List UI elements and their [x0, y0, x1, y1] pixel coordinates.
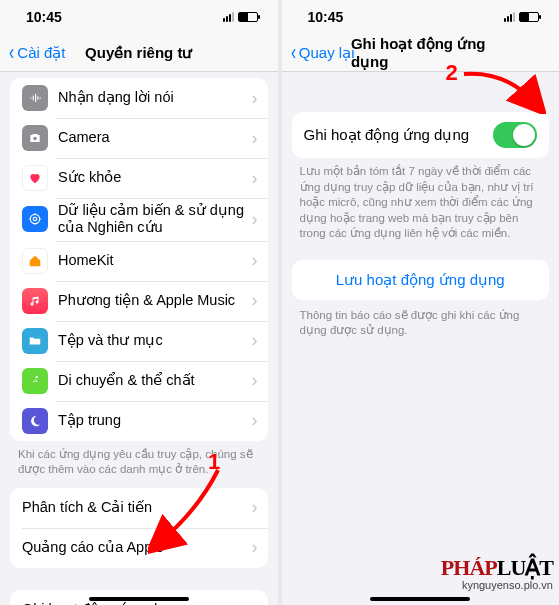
status-time: 10:45 [26, 9, 62, 25]
folder-icon [22, 328, 48, 354]
row-apple-ads[interactable]: Quảng cáo của Apple › [10, 528, 268, 568]
row-label: Tập trung [58, 412, 252, 429]
health-icon [22, 165, 48, 191]
row-health[interactable]: Sức khỏe › [10, 158, 268, 198]
row-focus[interactable]: Tập trung › [10, 401, 268, 441]
home-icon [22, 248, 48, 274]
row-label: Phương tiện & Apple Music [58, 292, 252, 309]
svg-point-8 [36, 376, 38, 378]
focus-icon [22, 408, 48, 434]
back-label: Quay lại [299, 44, 355, 62]
home-indicator [370, 597, 470, 601]
chevron-right-icon: › [252, 370, 258, 391]
activity-toggle[interactable] [493, 122, 537, 148]
save-footer: Thông tin báo cáo sẽ được ghi khi các ứn… [282, 300, 560, 345]
row-files[interactable]: Tệp và thư mục › [10, 321, 268, 361]
row-research[interactable]: Dữ liệu cảm biến & sử dụng của Nghiên cứ… [10, 198, 268, 241]
chevron-right-icon: › [252, 250, 258, 271]
chevron-right-icon: › [252, 599, 258, 605]
svg-point-6 [33, 218, 37, 222]
svg-rect-4 [40, 97, 41, 98]
svg-rect-2 [35, 94, 36, 102]
status-icons [504, 12, 539, 22]
chevron-right-icon: › [252, 168, 258, 189]
svg-rect-1 [33, 96, 34, 101]
chevron-right-icon: › [252, 497, 258, 518]
row-label: Di chuyển & thể chất [58, 372, 252, 389]
row-label: Camera [58, 129, 252, 146]
settings-group-analytics: Phân tích & Cải tiến › Quảng cáo của App… [10, 488, 268, 568]
music-icon [22, 288, 48, 314]
annotation-number-1: 1 [208, 449, 220, 475]
chevron-right-icon: › [252, 537, 258, 558]
chevron-right-icon: › [252, 128, 258, 149]
svg-point-7 [30, 215, 39, 224]
row-label: Ghi hoạt động ứng dụng [22, 601, 252, 605]
mic-icon [22, 85, 48, 111]
toggle-description: Lưu một bản tóm tắt 7 ngày về thời điểm … [282, 158, 560, 248]
camera-icon [22, 125, 48, 151]
row-label: Nhận dạng lời nói [58, 89, 252, 106]
chevron-right-icon: › [252, 330, 258, 351]
row-speech[interactable]: Nhận dạng lời nói › [10, 78, 268, 118]
home-indicator [89, 597, 189, 601]
research-icon [22, 206, 48, 232]
status-time: 10:45 [308, 9, 344, 25]
watermark-logo: PHÁPLUẬT [441, 555, 553, 581]
status-bar: 10:45 [0, 0, 278, 34]
svg-rect-0 [30, 97, 31, 98]
status-icons [223, 12, 258, 22]
chevron-right-icon: › [252, 290, 258, 311]
chevron-right-icon: › [252, 88, 258, 109]
page-title: Quyền riêng tư [85, 44, 192, 62]
signal-icon [504, 12, 515, 22]
annotation-arrow-2 [456, 66, 546, 114]
row-label: Tệp và thư mục [58, 332, 252, 349]
annotation-number-2: 2 [446, 60, 458, 86]
battery-icon [238, 12, 258, 22]
chevron-right-icon: › [252, 410, 258, 431]
toggle-row: Ghi hoạt động ứng dụng [292, 112, 550, 158]
fitness-icon [22, 368, 48, 394]
back-button[interactable]: ‹ Quay lại [290, 44, 355, 62]
back-button[interactable]: ‹ Cài đặt [8, 44, 66, 62]
settings-scroll[interactable]: Nhận dạng lời nói › Camera › Sức khỏe › [0, 72, 278, 605]
row-label: Dữ liệu cảm biến & sử dụng của Nghiên cứ… [58, 202, 252, 237]
row-camera[interactable]: Camera › [10, 118, 268, 158]
chevron-right-icon: › [252, 209, 258, 230]
status-bar: 10:45 [282, 0, 560, 34]
row-music[interactable]: Phương tiện & Apple Music › [10, 281, 268, 321]
save-activity-button[interactable]: Lưu hoạt động ứng dụng [292, 260, 550, 300]
row-analytics[interactable]: Phân tích & Cải tiến › [10, 488, 268, 528]
row-label: Sức khỏe [58, 169, 252, 186]
row-fitness[interactable]: Di chuyển & thể chất › [10, 361, 268, 401]
phone-left: 10:45 ‹ Cài đặt Quyền riêng tư Nhận dạng… [0, 0, 278, 605]
svg-rect-3 [37, 96, 38, 100]
signal-icon [223, 12, 234, 22]
row-homekit[interactable]: HomeKit › [10, 241, 268, 281]
toggle-label: Ghi hoạt động ứng dụng [304, 126, 470, 144]
svg-point-5 [33, 137, 37, 141]
group-footer: Khi các ứng dụng yêu cầu truy cập, chúng… [0, 441, 278, 488]
row-label: HomeKit [58, 252, 252, 269]
nav-bar: ‹ Cài đặt Quyền riêng tư [0, 34, 278, 72]
battery-icon [519, 12, 539, 22]
settings-group-apps: Nhận dạng lời nói › Camera › Sức khỏe › [10, 78, 268, 441]
watermark: PHÁPLUẬT kynguyenso.plo.vn [441, 555, 553, 591]
phone-right: 10:45 ‹ Quay lại Ghi hoạt động ứng dụng … [282, 0, 560, 605]
back-label: Cài đặt [17, 44, 65, 62]
